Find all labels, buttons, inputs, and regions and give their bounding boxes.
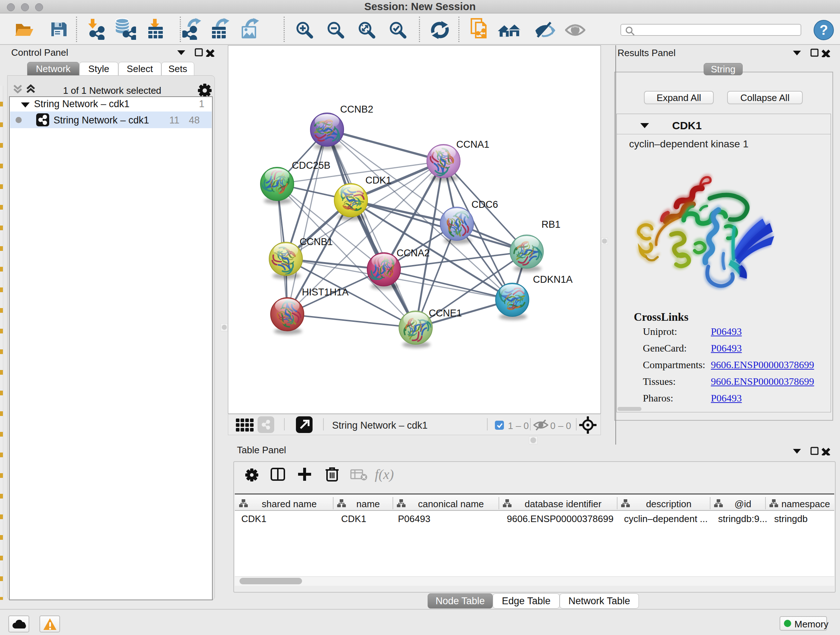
svg-text:RB1: RB1	[542, 219, 561, 230]
svg-text:CCNB1: CCNB1	[300, 236, 333, 247]
svg-text:CDKN1A: CDKN1A	[533, 274, 573, 285]
svg-text:CCNE1: CCNE1	[429, 308, 462, 318]
svg-text:HIST1H1A: HIST1H1A	[302, 287, 348, 298]
svg-text:CDC6: CDC6	[471, 199, 498, 210]
svg-text:CCNA2: CCNA2	[396, 248, 430, 258]
svg-text:CCNA1: CCNA1	[456, 139, 489, 150]
svg-text:?: ?	[819, 22, 828, 38]
svg-text:CCNB2: CCNB2	[340, 104, 373, 115]
svg-text:CDK1: CDK1	[365, 175, 392, 186]
svg-text:CDC25B: CDC25B	[292, 160, 331, 171]
